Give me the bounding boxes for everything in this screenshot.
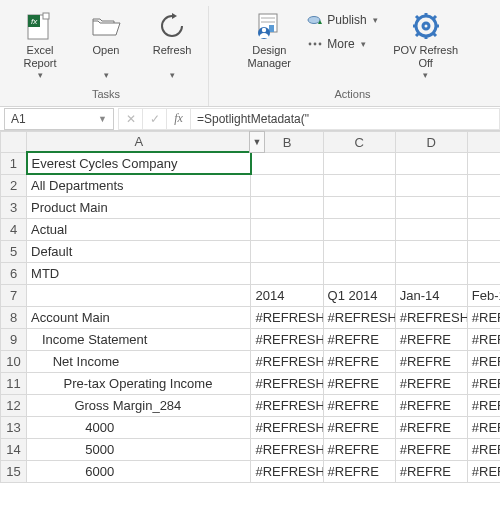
- cell[interactable]: Gross Margin_284: [27, 394, 251, 416]
- cell[interactable]: #REFRE: [395, 460, 467, 482]
- cell[interactable]: [467, 152, 500, 174]
- cell[interactable]: Feb-14: [467, 284, 500, 306]
- cell[interactable]: [251, 262, 323, 284]
- cell[interactable]: [395, 174, 467, 196]
- row-header[interactable]: 5: [1, 240, 27, 262]
- cell[interactable]: Default: [27, 240, 251, 262]
- cell[interactable]: #REFRE: [395, 350, 467, 372]
- select-all-corner[interactable]: [1, 132, 27, 153]
- row-header[interactable]: 15: [1, 460, 27, 482]
- enter-formula-button[interactable]: ✓: [142, 108, 166, 130]
- cell[interactable]: [323, 174, 395, 196]
- cell[interactable]: [467, 240, 500, 262]
- row-header[interactable]: 10: [1, 350, 27, 372]
- cell[interactable]: [467, 218, 500, 240]
- cell[interactable]: #REFRE: [467, 372, 500, 394]
- cell[interactable]: 6000: [27, 460, 251, 482]
- cell[interactable]: #REFRESH: [467, 306, 500, 328]
- insert-function-button[interactable]: fx: [166, 108, 190, 130]
- cell[interactable]: #REFRE: [323, 328, 395, 350]
- row-header[interactable]: 7: [1, 284, 27, 306]
- cell[interactable]: [395, 240, 467, 262]
- cell[interactable]: [395, 262, 467, 284]
- formula-input[interactable]: =SpotlightMetadata(": [191, 108, 500, 130]
- cell[interactable]: #REFRE: [323, 460, 395, 482]
- col-header[interactable]: A: [27, 132, 251, 153]
- cell[interactable]: #REFRE: [467, 328, 500, 350]
- cell[interactable]: [323, 218, 395, 240]
- name-box[interactable]: A1 ▼: [4, 108, 114, 130]
- cell[interactable]: #REFRE: [323, 394, 395, 416]
- row-header[interactable]: 2: [1, 174, 27, 196]
- cell[interactable]: Product Main: [27, 196, 251, 218]
- cell[interactable]: #REFRE: [323, 372, 395, 394]
- row-header[interactable]: 11: [1, 372, 27, 394]
- row-header[interactable]: 4: [1, 218, 27, 240]
- row-header[interactable]: 1: [1, 152, 27, 174]
- cell[interactable]: #REFRE: [467, 438, 500, 460]
- row-header[interactable]: 13: [1, 416, 27, 438]
- cell[interactable]: [323, 240, 395, 262]
- cell[interactable]: #REFRE: [467, 460, 500, 482]
- col-header[interactable]: E: [467, 132, 500, 153]
- cell[interactable]: [251, 174, 323, 196]
- cell[interactable]: All Departments: [27, 174, 251, 196]
- spreadsheet-grid[interactable]: A B C D E 1Everest Cycles Company2All De…: [0, 131, 500, 483]
- cell[interactable]: #REFRESH: [251, 350, 323, 372]
- cell[interactable]: #REFRE: [323, 438, 395, 460]
- excel-report-button[interactable]: fx Excel Report ▾: [10, 6, 70, 84]
- cell[interactable]: [467, 196, 500, 218]
- open-button[interactable]: Open ▾: [76, 6, 136, 84]
- cell[interactable]: [395, 218, 467, 240]
- pov-refresh-button[interactable]: POV Refresh Off ▾: [386, 6, 466, 84]
- cell[interactable]: #REFRE: [395, 438, 467, 460]
- cell[interactable]: [251, 218, 323, 240]
- data-validation-dropdown[interactable]: ▼: [249, 131, 265, 153]
- cell[interactable]: [323, 152, 395, 174]
- cell[interactable]: #REFRESH: [251, 438, 323, 460]
- cell[interactable]: #REFRE: [395, 328, 467, 350]
- cell[interactable]: Income Statement: [27, 328, 251, 350]
- cell[interactable]: MTD: [27, 262, 251, 284]
- cell[interactable]: #REFRE: [467, 394, 500, 416]
- cell[interactable]: [27, 284, 251, 306]
- cell[interactable]: [395, 152, 467, 174]
- cell[interactable]: #REFRESH: [251, 460, 323, 482]
- cell[interactable]: #REFRE: [395, 416, 467, 438]
- row-header[interactable]: 9: [1, 328, 27, 350]
- cell[interactable]: #REFRESH: [395, 306, 467, 328]
- cell[interactable]: #REFRESH: [251, 306, 323, 328]
- col-header[interactable]: C: [323, 132, 395, 153]
- cell[interactable]: #REFRE: [323, 416, 395, 438]
- publish-button[interactable]: Publish ▾: [305, 10, 379, 30]
- cell[interactable]: #REFRE: [467, 416, 500, 438]
- row-header[interactable]: 12: [1, 394, 27, 416]
- cancel-formula-button[interactable]: ✕: [118, 108, 142, 130]
- cell[interactable]: [467, 262, 500, 284]
- more-button[interactable]: More ▾: [305, 34, 379, 54]
- cell[interactable]: 5000: [27, 438, 251, 460]
- cell[interactable]: [251, 152, 323, 174]
- cell[interactable]: [251, 196, 323, 218]
- cell[interactable]: Net Income: [27, 350, 251, 372]
- cell[interactable]: #REFRE: [467, 350, 500, 372]
- cell[interactable]: #REFRESH: [251, 416, 323, 438]
- cell[interactable]: Actual: [27, 218, 251, 240]
- cell[interactable]: #REFRE: [395, 372, 467, 394]
- cell[interactable]: Pre-tax Operating Income: [27, 372, 251, 394]
- cell[interactable]: [323, 196, 395, 218]
- cell[interactable]: [467, 174, 500, 196]
- cell[interactable]: #REFRE: [323, 350, 395, 372]
- cell[interactable]: Account Main: [27, 306, 251, 328]
- cell[interactable]: Jan-14: [395, 284, 467, 306]
- cell[interactable]: 2014: [251, 284, 323, 306]
- col-header[interactable]: D: [395, 132, 467, 153]
- cell[interactable]: #REFRESH: [323, 306, 395, 328]
- cell[interactable]: 4000: [27, 416, 251, 438]
- cell[interactable]: Everest Cycles Company: [27, 152, 251, 174]
- row-header[interactable]: 14: [1, 438, 27, 460]
- cell[interactable]: [323, 262, 395, 284]
- refresh-button[interactable]: Refresh ▾: [142, 6, 202, 84]
- cell[interactable]: Q1 2014: [323, 284, 395, 306]
- row-header[interactable]: 3: [1, 196, 27, 218]
